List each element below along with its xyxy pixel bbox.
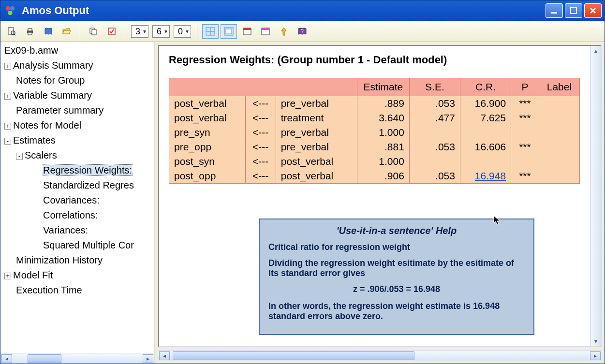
table-row: post_opp<---post_verbal.906.05316.948*** [169, 169, 580, 184]
options-icon[interactable] [103, 24, 120, 39]
content-hscrollbar[interactable]: ◂ ▸ [158, 350, 602, 361]
tree-model-fit[interactable]: +Model Fit [2, 268, 152, 283]
cell-se: .053 [409, 140, 460, 154]
cell-cr: 16.948 [460, 169, 511, 184]
maximize-button[interactable] [565, 3, 582, 18]
scroll-thumb[interactable] [28, 354, 61, 363]
expand-icon[interactable]: + [4, 123, 11, 130]
scroll-track[interactable] [171, 351, 589, 360]
cell-p [511, 154, 539, 169]
decimals-select-3[interactable]: 0▾ [174, 25, 191, 38]
tree-squared-multiple[interactable]: Squared Multiple Cor [2, 238, 152, 253]
cell-label [539, 125, 579, 140]
tree-execution-time[interactable]: Execution Time [2, 283, 152, 298]
help-icon[interactable]: ? [294, 24, 310, 39]
expand-icon[interactable]: + [4, 273, 11, 279]
scroll-right-icon[interactable]: ▸ [590, 351, 601, 360]
table-row: post_verbal<---pre_verbal.889.05316.900*… [169, 96, 580, 111]
cell-independent: treatment [276, 111, 357, 125]
help-title: 'Use-it-in-a sentence' Help [268, 225, 525, 236]
expand-icon[interactable]: + [4, 63, 11, 70]
cell-arrow: <--- [245, 96, 276, 111]
tree-file[interactable]: Ex09-b.amw [2, 43, 152, 58]
copy-icon[interactable] [85, 24, 102, 39]
svg-text:?: ? [301, 29, 304, 34]
preview-icon[interactable] [3, 24, 20, 39]
tree-scalers[interactable]: -Scalers [2, 148, 152, 163]
tree-covariances[interactable]: Covariances: [2, 193, 152, 208]
cell-estimate: 1.000 [357, 125, 409, 140]
up-arrow-icon[interactable] [276, 24, 292, 39]
collapse-icon[interactable]: - [16, 153, 23, 160]
help-tooltip: 'Use-it-in-a sentence' Help Critical rat… [259, 218, 534, 335]
expand-icon[interactable]: + [4, 93, 11, 100]
collapse-icon[interactable]: - [4, 138, 11, 145]
open-icon[interactable] [59, 24, 75, 39]
scroll-left-icon[interactable]: ◂ [159, 351, 170, 360]
print-icon[interactable] [22, 24, 38, 39]
tree-analysis-summary[interactable]: +Analysis Summary [2, 58, 152, 73]
table-row: pre_syn<---pre_verbal1.000 [169, 125, 580, 140]
cell-arrow: <--- [245, 169, 276, 184]
scroll-right-icon[interactable]: ▸ [143, 354, 153, 363]
cr-link[interactable]: 16.948 [475, 170, 506, 181]
cell-independent: pre_verbal [276, 140, 357, 154]
tree-notes-model[interactable]: +Notes for Model [2, 118, 152, 133]
cell-dependent: post_opp [169, 169, 246, 184]
svg-point-2 [8, 11, 12, 15]
scroll-left-icon[interactable]: ◂ [1, 354, 12, 363]
layout-icon-1[interactable] [202, 24, 219, 39]
table-row: post_verbal<---treatment3.640.4777.625**… [169, 111, 580, 125]
decimals-select-2[interactable]: 6▾ [152, 25, 170, 38]
tree-estimates[interactable]: -Estimates [2, 133, 152, 148]
window-icon-1[interactable] [239, 24, 255, 39]
tree-correlations[interactable]: Correlations: [2, 208, 152, 223]
regression-weights-table: Estimate S.E. C.R. P Label post_verbal<-… [169, 78, 580, 184]
minimize-button[interactable] [546, 3, 563, 18]
cell-se: .053 [409, 96, 460, 111]
help-line-2: Dividing the regression weight esitimate… [268, 258, 525, 278]
tree-variable-summary[interactable]: +Variable Summary [2, 88, 152, 103]
toolbar-separator [197, 25, 197, 38]
tree-standardized[interactable]: Standardized Regres [2, 178, 152, 193]
svg-rect-22 [262, 28, 269, 30]
tree-parameter-summary[interactable]: Parameter summary [2, 103, 152, 118]
decimals-select-1[interactable]: 3▾ [131, 25, 148, 38]
cell-p: *** [511, 96, 539, 111]
close-button[interactable] [584, 3, 602, 18]
svg-point-0 [6, 6, 10, 11]
output-tree[interactable]: Ex09-b.amw +Analysis Summary Notes for G… [0, 42, 154, 353]
cell-cr: 16.606 [460, 140, 511, 154]
cell-dependent: pre_syn [169, 125, 246, 140]
cell-cr [460, 125, 511, 140]
toolbar-separator [125, 25, 125, 38]
window-icon-2[interactable] [257, 24, 274, 39]
scroll-up-icon[interactable]: ▴ [590, 46, 601, 56]
tree-minimization-history[interactable]: Minimization History [2, 253, 152, 268]
layout-icon-2[interactable] [221, 24, 237, 39]
tree-regression-weights[interactable]: Regression Weights: [2, 163, 152, 178]
cell-arrow: <--- [245, 140, 276, 154]
svg-rect-9 [28, 29, 32, 31]
scroll-down-icon[interactable]: ▾ [590, 336, 601, 346]
toolbar: 3▾ 6▾ 0▾ ? [0, 21, 605, 42]
content-vscrollbar[interactable]: ▴ ▾ [590, 46, 601, 346]
tree-notes-group[interactable]: Notes for Group [2, 73, 152, 88]
help-equation: z = .906/.053 = 16.948 [268, 284, 525, 294]
svg-point-1 [10, 6, 15, 11]
cell-se [409, 154, 460, 169]
cell-independent: post_verbal [276, 169, 357, 184]
cell-se: .477 [409, 111, 460, 125]
cell-cr: 7.625 [460, 111, 511, 125]
tree-variances[interactable]: Variances: [2, 223, 152, 238]
chevron-down-icon: ▾ [143, 28, 146, 35]
svg-rect-20 [243, 28, 251, 30]
cell-se: .053 [409, 169, 460, 184]
col-label: Label [539, 78, 579, 96]
sidebar-hscrollbar[interactable]: ◂ ▸ [0, 353, 154, 364]
book-icon[interactable] [40, 24, 57, 39]
scroll-thumb[interactable] [173, 351, 414, 360]
cell-label [539, 169, 579, 184]
scroll-track[interactable] [13, 354, 142, 363]
scroll-track[interactable] [590, 56, 601, 336]
